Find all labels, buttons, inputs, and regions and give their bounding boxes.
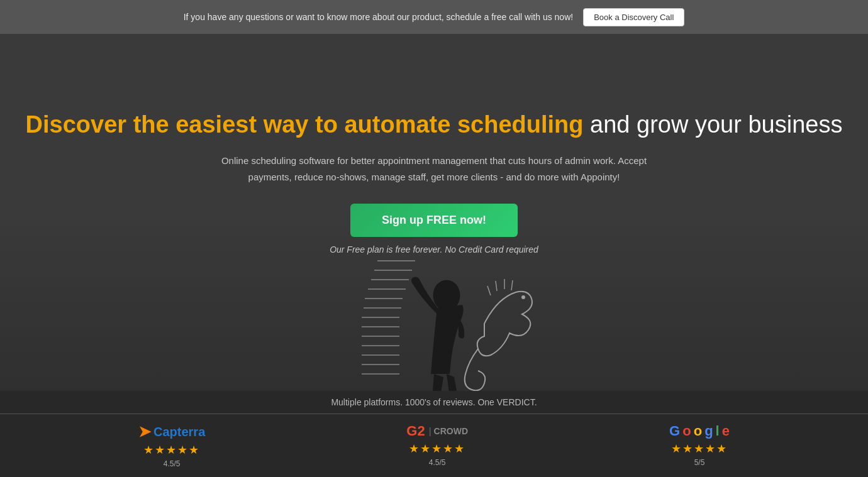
google-o2: o [694, 423, 702, 439]
hero-subtitle: Online scheduling software for better ap… [214, 153, 654, 185]
capterra-arrow-icon: ➤ [138, 423, 151, 441]
g2-score: 4.5/5 [429, 458, 446, 467]
capterra-platform: ➤ Capterra ★★★★★ 4.5/5 [138, 423, 205, 468]
google-l: l [716, 423, 720, 439]
g2-crowd-text: CROWD [434, 426, 468, 436]
g2-logo: G2 | CROWD [406, 423, 468, 439]
reviews-platforms: ➤ Capterra ★★★★★ 4.5/5 G2 | CROWD ★★★★★ … [0, 414, 868, 477]
g2-platform: G2 | CROWD ★★★★★ 4.5/5 [406, 423, 468, 468]
capterra-name: Capterra [153, 425, 205, 439]
google-g1: G [669, 423, 680, 439]
reviews-section: Multiple platforms. 1000's of reviews. O… [0, 391, 868, 477]
google-score: 5/5 [694, 458, 705, 467]
cta-container: Sign up FREE now! [13, 204, 855, 244]
svg-point-14 [521, 295, 525, 299]
hero-headline-highlight: Discover the easiest way to automate sch… [26, 111, 584, 138]
capterra-stars: ★★★★★ [143, 443, 200, 457]
capterra-score: 4.5/5 [164, 459, 181, 468]
google-g2: g [704, 423, 713, 439]
google-logo: Google [669, 423, 730, 439]
g2-name: G2 [406, 423, 425, 439]
capterra-logo: ➤ Capterra [138, 423, 205, 441]
g2-divider: | [429, 426, 431, 436]
google-platform: Google ★★★★★ 5/5 [669, 423, 730, 468]
hero-headline-rest: and grow your business [584, 111, 843, 138]
google-e: e [722, 423, 730, 439]
signup-button[interactable]: Sign up FREE now! [350, 204, 518, 237]
hero-headline: Discover the easiest way to automate sch… [13, 109, 855, 140]
hero-section: Discover the easiest way to automate sch… [0, 78, 868, 273]
discovery-call-button[interactable]: Book a Discovery Call [583, 8, 684, 26]
google-stars: ★★★★★ [671, 442, 728, 456]
g2-stars: ★★★★★ [409, 442, 465, 456]
main-content: a appointy Home Product Tour Customers C… [0, 34, 868, 477]
google-o1: o [682, 423, 691, 439]
free-plan-text: Our Free plan is free forever. No Credit… [13, 244, 855, 255]
reviews-verdict: Multiple platforms. 1000's of reviews. O… [0, 391, 868, 414]
announcement-text: If you have any questions or want to kno… [184, 12, 573, 22]
announcement-bar: If you have any questions or want to kno… [0, 0, 868, 34]
